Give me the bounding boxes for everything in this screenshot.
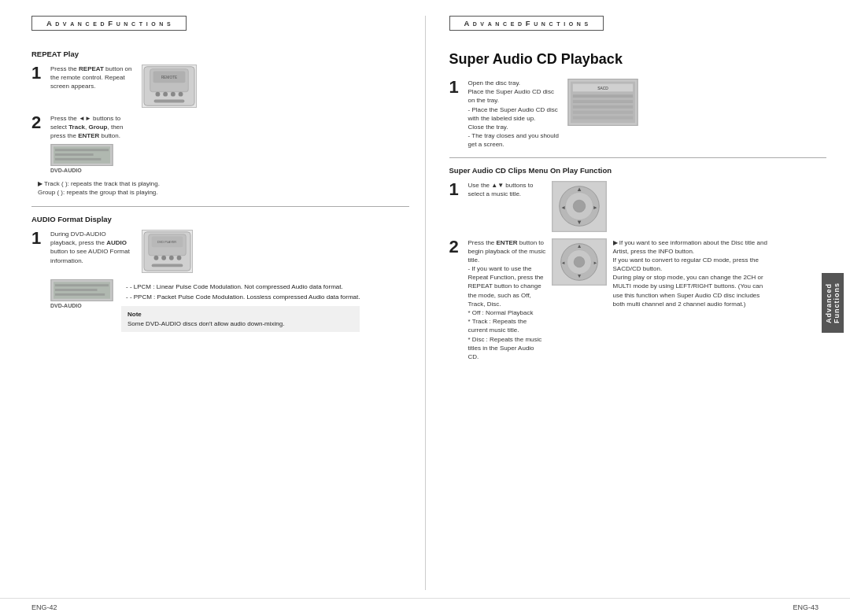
clips-step-number-1: 1 [449, 181, 464, 198]
tab-label-advanced: Advanced [825, 283, 833, 323]
svg-rect-12 [55, 153, 94, 156]
repeat-note-text: ▶ Track ( ): repeats the track that is p… [38, 179, 160, 197]
svg-point-5 [171, 92, 176, 97]
svg-text:►: ► [593, 204, 598, 209]
step2-content: Press the ◄► buttons to select Track, Gr… [50, 114, 409, 173]
step-number-1: 1 [31, 65, 46, 82]
svg-text:▼: ▼ [576, 273, 582, 278]
sacd-step1: 1 Open the disc tray. Place the Super Au… [449, 79, 827, 149]
note-block: Note Some DVD-AUDIO discs don't allow au… [121, 306, 360, 331]
clips-step1-content: Use the ▲▼ buttons to select a music tit… [468, 181, 827, 232]
page-title: Super Audio CD Playback [449, 51, 827, 68]
repeat-step1: 1 Press the REPEAT button on the remote … [31, 65, 409, 108]
svg-text:REMOTE: REMOTE [161, 76, 178, 79]
svg-text:▲: ▲ [576, 185, 582, 192]
svg-text:◄: ◄ [560, 204, 566, 209]
svg-point-48 [574, 256, 585, 267]
step1-device-image: REMOTE [142, 65, 197, 108]
step2-text: Press the ◄► buttons to select Track, Gr… [50, 114, 137, 141]
note-title: Note [128, 310, 353, 319]
svg-text:▼: ▼ [576, 219, 582, 226]
clips-step2-sidenote: ▶ If you want to see information about t… [613, 238, 771, 309]
audio-format-screen [50, 279, 113, 301]
audio-step1: 1 During DVD-AUDIO playback, press the A… [31, 230, 409, 273]
clips-step2-knob-image: ▲ ▼ ◄ ► [552, 238, 607, 286]
footer-left: ENG-42 [31, 603, 57, 611]
svg-rect-7 [154, 100, 185, 103]
advanced-functions-tab: Advanced Functions [822, 273, 844, 333]
svg-text:◄: ◄ [560, 260, 565, 264]
sacd-step1-text: Open the disc tray. Place the Super Audi… [468, 79, 563, 149]
svg-point-4 [163, 92, 168, 97]
sacd-step-number-1: 1 [449, 79, 464, 96]
right-page: A d v a n c e d F u n c t i o n s Super … [426, 16, 843, 590]
svg-point-6 [179, 92, 183, 97]
svg-rect-25 [55, 284, 109, 286]
svg-rect-36 [572, 116, 632, 120]
clips-step1: 1 Use the ▲▼ buttons to select a music t… [449, 181, 827, 232]
sacd-screen-image: SACD [567, 79, 638, 126]
svg-text:DVD PLAYER: DVD PLAYER [157, 240, 176, 244]
audio-format-steps: 1 During DVD-AUDIO playback, press the A… [31, 230, 409, 332]
clips-step2-text: Press the ENTER button to begin playback… [468, 238, 547, 362]
right-header: A d v a n c e d F u n c t i o n s [449, 16, 604, 31]
audio-step1-content: During DVD-AUDIO playback, press the AUD… [50, 230, 409, 273]
clips-step1-knob-image: ▲ ▼ ◄ ► [552, 181, 607, 232]
svg-point-18 [161, 256, 166, 260]
repeat-play-steps: 1 Press the REPEAT button on the remote … [31, 65, 409, 197]
sacd-separator [449, 157, 827, 158]
svg-rect-34 [572, 105, 632, 109]
svg-text:SACD: SACD [597, 87, 608, 90]
repeat-play-title: REPEAT Play [31, 50, 409, 58]
svg-text:▲: ▲ [576, 242, 582, 248]
audio-step1-text: During DVD-AUDIO playback, press the AUD… [50, 230, 132, 265]
note-text: Some DVD-AUDIO discs don't allow audio d… [128, 319, 353, 328]
svg-point-17 [154, 256, 159, 260]
svg-rect-13 [55, 157, 102, 160]
step-number-2: 2 [31, 114, 46, 131]
sacd-clips-title: Super Audio CD Clips Menu On Play Functi… [449, 166, 827, 175]
footer: ENG-42 ENG-43 [0, 598, 850, 616]
svg-point-19 [169, 256, 174, 260]
repeat-side-note: ▶ Track ( ): repeats the track that is p… [31, 179, 409, 197]
audio-format-title: AUDIO Format Display [31, 215, 409, 223]
svg-rect-11 [55, 149, 109, 151]
dvd-audio-label: DVD-AUDIO [50, 168, 142, 173]
sacd-step1-content: Open the disc tray. Place the Super Audi… [468, 79, 827, 149]
ppcm-item: - PPCM : Packet Pulse Code Modulation. L… [126, 293, 360, 301]
tab-label-functions: Functions [833, 282, 841, 323]
svg-text:►: ► [593, 260, 597, 264]
lpcm-ppcm-list: - LPCM : Linear Pulse Code Modulation. N… [126, 282, 360, 301]
clips-step2-content: Press the ENTER button to begin playback… [468, 238, 827, 362]
svg-rect-32 [572, 94, 632, 98]
left-header: A d v a n c e d F u n c t i o n s [31, 16, 187, 31]
left-page: A d v a n c e d F u n c t i o n s REPEAT… [8, 16, 426, 590]
lpcm-item: - LPCM : Linear Pulse Code Modulation. N… [126, 282, 360, 291]
step1-content: Press the REPEAT button on the remote co… [50, 65, 409, 108]
audio-step-number: 1 [31, 230, 46, 247]
step1-text: Press the REPEAT button on the remote co… [50, 65, 137, 91]
audio-format-screen-row: DVD-AUDIO - LPCM : Linear Pulse Code Mod… [50, 279, 409, 332]
svg-point-40 [573, 200, 586, 212]
separator [31, 206, 409, 207]
audio-step1-device-image: DVD PLAYER [142, 230, 193, 273]
svg-point-3 [156, 92, 161, 97]
footer-right: ENG-43 [793, 603, 819, 611]
audio-dvd-label: DVD-AUDIO [50, 303, 113, 308]
svg-rect-35 [572, 111, 632, 114]
clips-step-number-2: 2 [449, 238, 464, 256]
svg-rect-21 [152, 264, 183, 267]
clips-step2: 2 Press the ENTER button to begin playba… [449, 238, 827, 362]
step2-screen-image [50, 144, 113, 166]
svg-rect-27 [55, 293, 105, 296]
repeat-step2: 2 Press the ◄► buttons to select Track, … [31, 114, 409, 173]
svg-rect-26 [55, 289, 98, 291]
svg-rect-33 [572, 100, 632, 103]
svg-point-20 [177, 256, 182, 260]
clips-step1-text: Use the ▲▼ buttons to select a music tit… [468, 181, 547, 198]
